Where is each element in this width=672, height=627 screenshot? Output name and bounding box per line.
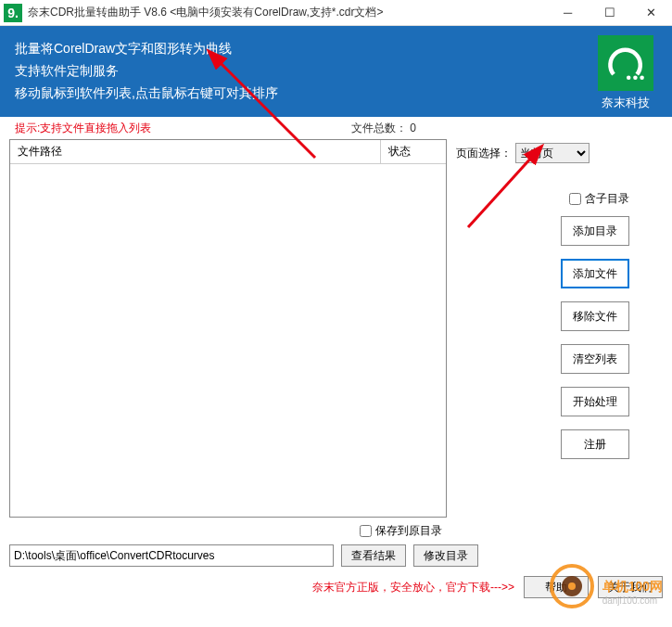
modify-dir-button[interactable]: 修改目录 <box>413 544 478 567</box>
footer-label: 奈末官方正版，安全放心，官方下载--->> <box>312 580 514 595</box>
svg-point-1 <box>633 75 638 80</box>
column-status[interactable]: 状态 <box>381 140 446 163</box>
include-subdir-label: 含子目录 <box>585 191 629 207</box>
app-icon: 9. <box>4 4 22 22</box>
brand-name: 奈末科技 <box>598 95 653 111</box>
page-select[interactable]: 当前页 <box>515 143 590 163</box>
banner-line3: 移动鼠标到软件列表,点击鼠标右键可对其排序 <box>15 82 278 104</box>
view-result-button[interactable]: 查看结果 <box>341 544 406 567</box>
side-panel: 页面选择： 当前页 含子目录 添加目录 添加文件 移除文件 清空列表 开始处理 … <box>456 139 663 518</box>
page-select-label: 页面选择： <box>456 146 512 161</box>
window-title: 奈末CDR批量转曲助手 V8.6 <电脑中须安装有CorelDraw,支持*.c… <box>28 5 383 20</box>
file-count: 文件总数： 0 <box>351 121 416 136</box>
minimize-button[interactable]: ─ <box>547 0 589 26</box>
maximize-button[interactable]: ☐ <box>589 0 630 26</box>
hint-row: 提示:支持文件直接拖入列表 文件总数： 0 <box>0 117 672 139</box>
svg-point-0 <box>626 75 630 80</box>
file-list[interactable]: 文件路径 状态 <box>9 139 447 518</box>
register-button[interactable]: 注册 <box>561 429 629 459</box>
watermark-text: 单机100网 danji100.com <box>602 579 663 606</box>
add-dir-button[interactable]: 添加目录 <box>561 216 629 246</box>
page-select-row: 页面选择： 当前页 <box>456 143 663 163</box>
drag-hint: 提示:支持文件直接拖入列表 <box>15 121 151 136</box>
start-process-button[interactable]: 开始处理 <box>561 387 629 416</box>
brand-logo: 奈末科技 <box>598 35 653 111</box>
window-controls: ─ ☐ ✕ <box>547 0 672 26</box>
banner-line2: 支持软件定制服务 <box>15 59 278 82</box>
banner-text: 批量将CorelDraw文字和图形转为曲线 支持软件定制服务 移动鼠标到软件列表… <box>15 37 278 106</box>
banner-line1: 批量将CorelDraw文字和图形转为曲线 <box>15 37 278 59</box>
main-area: 文件路径 状态 页面选择： 当前页 含子目录 添加目录 添加文件 移除文件 清空… <box>0 139 672 518</box>
remove-file-button[interactable]: 移除文件 <box>561 301 629 331</box>
close-button[interactable]: ✕ <box>630 0 672 26</box>
include-subdir-checkbox[interactable] <box>569 193 581 205</box>
add-file-button[interactable]: 添加文件 <box>561 259 629 288</box>
action-buttons: 添加目录 添加文件 移除文件 清空列表 开始处理 注册 <box>456 216 663 459</box>
include-subdir-row: 含子目录 <box>456 191 663 207</box>
watermark-icon <box>550 564 594 608</box>
output-path-input[interactable] <box>9 544 334 567</box>
save-original-row: 保存到原目录 <box>0 518 672 543</box>
save-original-checkbox[interactable] <box>360 525 372 537</box>
list-header: 文件路径 状态 <box>10 140 446 164</box>
logo-icon <box>598 35 653 91</box>
banner: 批量将CorelDraw文字和图形转为曲线 支持软件定制服务 移动鼠标到软件列表… <box>0 26 672 117</box>
save-original-label: 保存到原目录 <box>375 523 442 539</box>
watermark: 单机100网 danji100.com <box>550 564 663 608</box>
svg-point-2 <box>640 75 644 80</box>
titlebar: 9. 奈末CDR批量转曲助手 V8.6 <电脑中须安装有CorelDraw,支持… <box>0 0 672 26</box>
clear-list-button[interactable]: 清空列表 <box>561 344 629 374</box>
column-path[interactable]: 文件路径 <box>10 140 381 163</box>
